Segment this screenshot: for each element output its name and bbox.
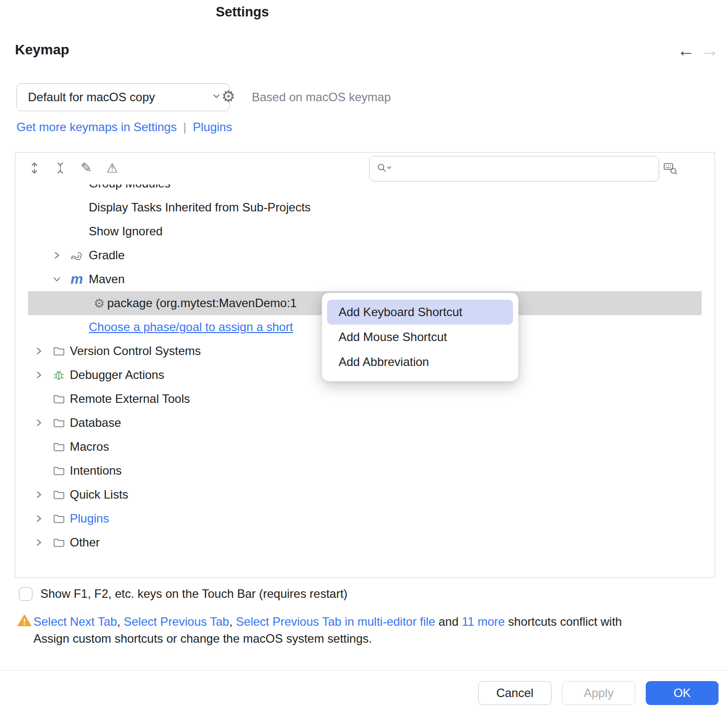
maven-icon: m (70, 272, 84, 286)
tree-item-label: Display Tasks Inherited from Sub-Project… (89, 195, 311, 219)
tree-item-label: Quick Lists (70, 483, 128, 507)
assign-shortcut-link[interactable]: Choose a phase/goal to assign a short (89, 315, 293, 339)
window-title: Settings (0, 4, 485, 20)
keymap-select-value: Default for macOS copy (28, 90, 211, 104)
tree-row-database[interactable]: Database (16, 411, 714, 435)
tree-item-label: Group Modules (89, 184, 171, 195)
tree-item-label: Maven (89, 267, 125, 291)
tree-item-label: Database (70, 411, 121, 435)
keymap-settings-gear-icon[interactable]: ⚙ (221, 87, 235, 106)
chevron-right-icon[interactable] (32, 416, 46, 430)
tree-item-label: package (org.mytest:MavenDemo:1 (107, 291, 297, 315)
context-menu: Add Keyboard ShortcutAdd Mouse ShortcutA… (322, 293, 519, 381)
gradle-icon (70, 248, 84, 262)
tree-item-label: Gradle (89, 243, 125, 267)
folder-icon (52, 488, 66, 502)
edit-icon[interactable]: ✎ (79, 161, 93, 175)
warning-separator: , (117, 615, 124, 628)
conflict-warning-line1: Select Next Tab, Select Previous Tab, Se… (33, 613, 718, 630)
menu-item-add-abbreviation[interactable]: Add Abbreviation (327, 350, 513, 374)
bug-icon (52, 368, 66, 382)
gear-icon: ⚙ (92, 296, 106, 310)
menu-item-add-mouse-shortcut[interactable]: Add Mouse Shortcut (327, 325, 513, 350)
conflict-warning-text: Select Next Tab, Select Previous Tab, Se… (33, 613, 718, 647)
links-separator: | (183, 120, 186, 134)
tree-row-intentions[interactable]: Intentions (16, 459, 714, 483)
chevron-right-icon[interactable] (32, 512, 46, 526)
chevron-right-icon[interactable] (32, 535, 46, 549)
ok-button[interactable]: OK (646, 681, 719, 705)
plugins-link[interactable]: Plugins (193, 120, 232, 134)
tree-item-label: Other (70, 531, 100, 554)
tree-row-maven[interactable]: mMaven (16, 267, 714, 291)
tree-item-label: Version Control Systems (70, 339, 201, 363)
get-more-keymaps-link[interactable]: Get more keymaps in Settings (16, 120, 177, 134)
tree-row-other[interactable]: Other (16, 531, 714, 554)
touchbar-option-row: Show F1, F2, etc. keys on the Touch Bar … (19, 587, 348, 601)
chevron-right-icon[interactable] (50, 248, 64, 262)
show-conflicts-warning-icon[interactable]: ⚠ (105, 161, 119, 175)
tree-item-label: Intentions (70, 459, 122, 483)
conflict-link-select-previous-tab[interactable]: Select Previous Tab (124, 615, 229, 628)
warning-separator: , (229, 615, 236, 628)
footer-separator (0, 670, 728, 671)
search-field[interactable] (369, 156, 659, 181)
folder-icon (52, 535, 66, 549)
chevron-right-icon[interactable] (32, 368, 46, 382)
tree-item-label: Macros (70, 435, 109, 459)
menu-item-add-keyboard-shortcut[interactable]: Add Keyboard Shortcut (327, 300, 513, 325)
forward-arrow-icon[interactable]: → (701, 40, 719, 61)
chevron-down-icon (211, 90, 221, 104)
search-icon[interactable] (376, 163, 392, 176)
chevron-right-icon[interactable] (32, 488, 46, 502)
back-arrow-icon[interactable]: ← (677, 40, 695, 61)
conflict-link-select-next-tab[interactable]: Select Next Tab (33, 615, 117, 628)
folder-icon (52, 512, 66, 526)
cancel-button[interactable]: Cancel (478, 681, 551, 705)
keymap-select[interactable]: Default for macOS copy (16, 83, 230, 111)
keymap-description: Based on macOS keymap (252, 90, 391, 104)
tree-row-gradle[interactable]: Gradle (16, 243, 714, 267)
apply-button[interactable]: Apply (562, 681, 635, 705)
tree-item-label: Debugger Actions (70, 363, 164, 387)
chevron-right-icon[interactable] (32, 344, 46, 358)
conflict-warning: Select Next Tab, Select Previous Tab, Se… (17, 613, 718, 647)
tree-row-macros[interactable]: Macros (16, 435, 714, 459)
folder-icon (52, 392, 66, 406)
tree-row-quick-lists[interactable]: Quick Lists (16, 483, 714, 507)
touchbar-checkbox-label: Show F1, F2, etc. keys on the Touch Bar … (40, 587, 348, 601)
folder-icon (52, 344, 66, 358)
tree-row-display-tasks-inherited-from-sub-projects[interactable]: Display Tasks Inherited from Sub-Project… (16, 195, 714, 219)
keymap-links-row: Get more keymaps in Settings | Plugins (16, 120, 232, 134)
conflict-link-11-more[interactable]: 11 more (462, 615, 505, 628)
conflict-link-select-previous-tab-multi[interactable]: Select Previous Tab in multi-editor file (236, 615, 435, 628)
tree-item-label: Show Ignored (89, 219, 163, 243)
folder-icon (52, 440, 66, 454)
search-input[interactable] (396, 162, 654, 177)
find-actions-by-shortcut-icon[interactable] (663, 161, 677, 175)
collapse-all-icon[interactable] (53, 161, 67, 175)
warning-tail: shortcuts conflict with (505, 615, 622, 628)
tree-item-label: Remote External Tools (70, 387, 190, 411)
warning-icon (17, 614, 31, 629)
tree-row-remote-external-tools[interactable]: Remote External Tools (16, 387, 714, 411)
tree-item-label: Plugins (70, 507, 109, 531)
warning-and: and (435, 615, 462, 628)
chevron-down-icon[interactable] (50, 272, 64, 286)
folder-icon (52, 464, 66, 478)
page-title: Keymap (15, 42, 69, 58)
conflict-warning-line2: Assign custom shortcuts or change the ma… (33, 630, 718, 647)
tree-row-show-ignored[interactable]: Show Ignored (16, 219, 714, 243)
folder-icon (52, 416, 66, 430)
touchbar-checkbox[interactable] (19, 587, 32, 601)
tree-row-plugins[interactable]: Plugins (16, 507, 714, 531)
tree-row-group-modules[interactable]: Group Modules (16, 184, 714, 195)
expand-all-icon[interactable] (27, 161, 41, 175)
